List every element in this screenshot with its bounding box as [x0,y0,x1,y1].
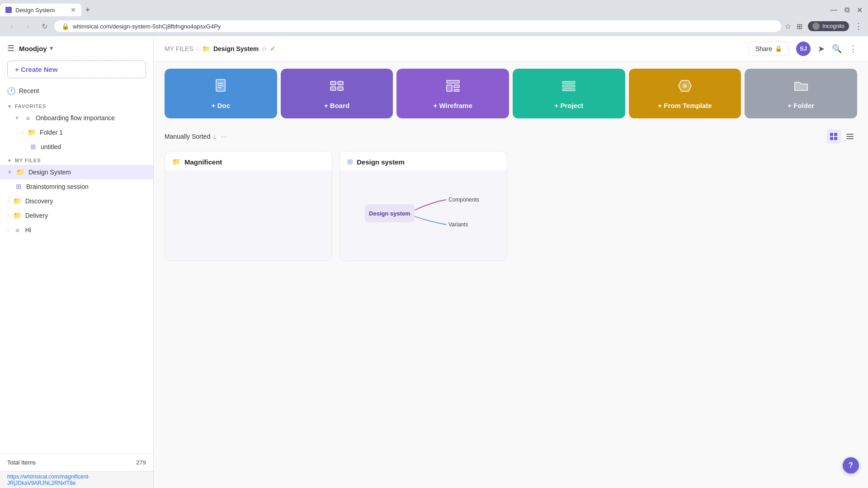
main-content: MY FILES / 📁 Design System ☆ ✓ Share 🔒 S… [154,36,868,488]
project-card-icon [561,78,577,97]
breadcrumb-separator: / [197,46,198,52]
breadcrumb-folder-icon: 📁 [202,45,210,52]
tab-close-button[interactable]: ✕ [71,6,76,14]
sort-more-icon[interactable]: ··· [221,132,227,141]
expand-chevron-icon: › [22,130,24,135]
my-files-chevron-icon: ▼ [7,158,12,163]
incognito-label: Incognito [822,23,844,29]
template-card-label: + From Template [658,102,712,109]
view-toggle [826,129,857,144]
grid-view-button[interactable] [826,129,841,144]
card-magnificent-body [165,170,332,261]
list-view-button[interactable] [843,129,857,144]
tab-title: Design System [15,7,55,14]
content-grid: 📁 Magnificent ⊞ Design system Design sys… [154,147,868,272]
folder-icon: 📁 [17,168,25,176]
back-button[interactable]: ‹ [5,20,18,33]
svg-rect-23 [846,138,854,139]
create-template-card[interactable]: + From Template [629,69,741,118]
expand-chevron-icon: ▼ [7,169,12,175]
sidebar-header: ☰ Moodjoy ▼ [0,36,153,57]
search-icon[interactable]: 🔍 [832,44,842,54]
send-icon[interactable]: ➤ [818,44,825,54]
active-tab[interactable]: Design System ✕ [0,4,81,16]
sidebar-item-recent[interactable]: 🕐 Recent [0,84,153,98]
url-bar[interactable]: 🔒 whimsical.com/design-system-5shCj8fbfn… [54,20,781,32]
minimize-button[interactable]: — [830,6,837,14]
close-window-button[interactable]: ✕ [857,6,863,14]
header-actions: Share 🔒 SJ ➤ 🔍 ⋮ [749,42,857,56]
share-button[interactable]: Share 🔒 [749,42,789,56]
card-design-system-title: Design system [357,158,405,166]
board-icon: ⊞ [14,183,23,191]
sidebar-item-delivery[interactable]: › 📁 Delivery [0,208,153,223]
sidebar-footer: Total Items 279 [0,453,153,471]
help-button[interactable]: ? [843,457,859,474]
favorites-section-header[interactable]: ▼ FAVORITES [0,100,153,111]
sidebar-item-brainstorming[interactable]: ⊞ Brainstomring session [0,179,153,194]
sidebar-item-onboarding-flow[interactable]: ▼ ≡ Onboarding flow importance [0,111,153,125]
doc-card-icon [212,78,229,97]
wireframe-card-label: + Wireframe [434,102,472,109]
card-design-system-body: Design system Components Variants [340,170,507,261]
incognito-icon [812,23,820,30]
expand-chevron-icon: ▼ [14,115,19,121]
expand-chevron-icon: › [7,198,9,204]
create-folder-card[interactable]: + Folder [745,69,857,118]
sidebar-item-discovery[interactable]: › 📁 Discovery [0,194,153,208]
sidebar-item-design-system[interactable]: ▼ 📁 Design System [0,165,153,179]
create-doc-card[interactable]: + Doc [165,69,277,118]
window-controls: — ⧉ ✕ [830,6,868,14]
sidebar-item-untitled[interactable]: ⊞ untitled [0,140,153,154]
extension-button[interactable]: ⊞ [797,22,802,31]
sidebar-menu-icon[interactable]: ☰ [7,43,14,53]
breadcrumb-current-page: Design System ☆ ✓ [213,45,275,52]
create-board-card[interactable]: + Board [281,69,393,118]
sidebar-item-hi[interactable]: › ≡ Hi [0,223,153,237]
new-tab-button[interactable]: + [81,4,94,16]
template-card-icon [677,78,693,97]
my-files-label: MY FILES [15,158,41,163]
total-items-label: Total Items [7,459,36,466]
card-design-system-header: ⊞ Design system [340,151,507,170]
my-files-section-header[interactable]: ▼ MY FILES [0,154,153,165]
sidebar-item-label: Delivery [25,212,48,219]
svg-rect-17 [830,133,833,136]
sidebar-item-label: Design System [28,169,71,176]
svg-text:Design system: Design system [369,210,410,217]
sidebar-item-folder1[interactable]: › 📁 Folder 1 [0,125,153,140]
address-right-actions: ☆ ⊞ Incognito ⋮ [785,21,863,31]
tab-favicon [5,7,12,13]
card-magnificent-header: 📁 Magnificent [165,151,332,170]
sidebar-item-label: Discovery [25,197,53,205]
create-new-button[interactable]: + Create New [7,61,146,78]
svg-rect-6 [330,87,336,90]
maximize-button[interactable]: ⧉ [844,6,849,14]
folder-icon: 📁 [14,211,22,220]
svg-rect-19 [830,137,833,140]
folder-card-icon [793,78,809,97]
user-avatar[interactable]: SJ [796,42,811,56]
svg-rect-16 [683,84,687,88]
svg-rect-9 [447,85,452,91]
more-options-icon[interactable]: ⋮ [849,44,857,54]
svg-rect-11 [454,89,459,91]
doc-icon: ≡ [14,226,22,234]
reload-button[interactable]: ↻ [38,20,51,33]
bookmark-button[interactable]: ☆ [785,22,791,31]
sort-button[interactable]: Manually Sorted ↓ [165,133,216,140]
browser-menu-button[interactable]: ⋮ [854,21,863,31]
svg-rect-8 [447,80,459,83]
content-card-magnificent[interactable]: 📁 Magnificent [165,151,332,261]
board-card-icon [329,78,345,97]
svg-rect-22 [846,136,854,137]
favorite-star-icon[interactable]: ☆ [261,45,267,52]
expand-chevron-icon: › [7,213,9,218]
create-wireframe-card[interactable]: + Wireframe [396,69,509,118]
recent-icon: 🕐 [7,87,15,95]
workspace-name[interactable]: Moodjoy ▼ [19,45,54,52]
breadcrumb-my-files[interactable]: MY FILES [165,45,193,52]
content-card-design-system[interactable]: ⊞ Design system Design system Components [340,151,507,261]
forward-button[interactable]: › [22,20,34,33]
create-project-card[interactable]: + Project [513,69,625,118]
